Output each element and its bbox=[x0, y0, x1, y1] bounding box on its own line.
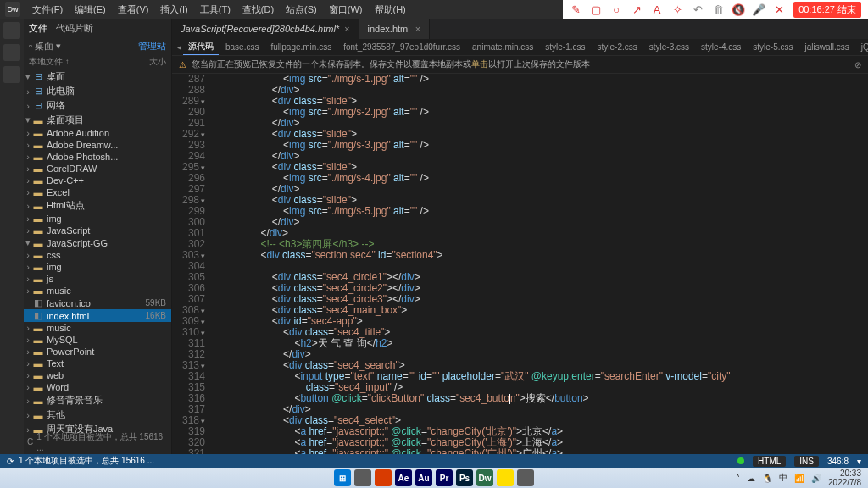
manage-sites-link[interactable]: 管理站 bbox=[138, 40, 166, 53]
mute-icon[interactable]: 🔇 bbox=[732, 3, 744, 15]
menu-item[interactable]: 工具(T) bbox=[195, 2, 236, 18]
menu-item[interactable]: 窗口(W) bbox=[324, 2, 368, 18]
menu-item[interactable]: 插入(I) bbox=[155, 2, 192, 18]
col-local[interactable]: 本地文件 ↑ bbox=[29, 56, 70, 68]
col-size[interactable]: 大小 bbox=[149, 56, 166, 68]
related-file-tab[interactable]: 源代码 bbox=[183, 39, 219, 56]
tree-node[interactable]: ▾▬桌面项目 bbox=[24, 113, 171, 127]
menu-item[interactable]: 文件(F) bbox=[27, 2, 68, 18]
menu-item[interactable]: 查看(V) bbox=[113, 2, 154, 18]
tree-node[interactable]: ›▬img bbox=[24, 213, 171, 225]
caret-left-icon[interactable]: ◂ bbox=[177, 42, 181, 52]
tree-node[interactable]: ›⊟此电脑 bbox=[24, 84, 171, 98]
tray-chevron-icon[interactable]: ˄ bbox=[736, 474, 740, 483]
tree-node[interactable]: ◧favicon.ico59KB bbox=[24, 297, 171, 309]
menu-item[interactable]: 站点(S) bbox=[281, 2, 322, 18]
tree-node[interactable]: ›⊟网络 bbox=[24, 98, 171, 113]
tree-node[interactable]: ›▬Word bbox=[24, 381, 171, 393]
related-file-tab[interactable]: fullpage.min.css bbox=[265, 41, 337, 53]
code-body[interactable]: <img src="./img/s-1.jpg" alt="" /> </div… bbox=[212, 74, 868, 454]
related-file-tab[interactable]: font_2935587_97eo1d0furr.css bbox=[338, 41, 465, 53]
related-file-tab[interactable]: style-5.css bbox=[748, 41, 798, 53]
tray-penguin-icon[interactable]: 🐧 bbox=[762, 474, 772, 483]
insert-mode[interactable]: INS bbox=[794, 456, 819, 467]
tree-node[interactable]: ›▬js bbox=[24, 273, 171, 285]
tree-node[interactable]: ›▬Adobe Photosh... bbox=[24, 151, 171, 163]
related-file-tab[interactable]: style-4.css bbox=[696, 41, 746, 53]
overflow-icon[interactable]: ▾ bbox=[857, 457, 861, 466]
taskbar-app[interactable]: Dw bbox=[476, 469, 493, 486]
close-icon[interactable]: × bbox=[415, 24, 420, 34]
tool-icon[interactable] bbox=[3, 22, 20, 39]
tool-icon[interactable] bbox=[3, 66, 20, 83]
tree-node[interactable]: ›▬music bbox=[24, 322, 171, 334]
taskbar-clock[interactable]: 20:33 2022/7/8 bbox=[828, 469, 861, 487]
tray-wifi-icon[interactable]: 📶 bbox=[794, 474, 804, 483]
tree-node[interactable]: ▾▬JavaScript-GG bbox=[24, 236, 171, 249]
arrow-icon[interactable]: ↗ bbox=[631, 3, 643, 15]
related-file-tab[interactable]: jaliswall.css bbox=[799, 41, 854, 53]
tree-node[interactable]: ›▬修音背景音乐 bbox=[24, 393, 171, 408]
undo-icon[interactable]: ↶ bbox=[692, 3, 704, 15]
related-file-tab[interactable]: jQuery.min.js bbox=[856, 41, 868, 53]
mic-icon[interactable]: 🎤 bbox=[753, 3, 765, 15]
code-editor[interactable]: 287 288 289▾290 291 292▾293 294 295▾296 … bbox=[172, 74, 868, 454]
related-file-tab[interactable]: style-3.css bbox=[644, 41, 694, 53]
tree-node[interactable]: ›▬Html站点 bbox=[24, 198, 171, 213]
taskbar-app[interactable]: ⊞ bbox=[334, 469, 351, 486]
tree-node[interactable]: ◧index.html16KB bbox=[24, 309, 171, 322]
highlight-icon[interactable]: ✧ bbox=[671, 3, 683, 15]
tree-node[interactable]: ›▬Dev-C++ bbox=[24, 175, 171, 186]
close-rec-icon[interactable]: ✕ bbox=[773, 3, 785, 15]
tray-volume-icon[interactable]: 🔊 bbox=[811, 474, 821, 483]
tree-node[interactable]: ›▬Text bbox=[24, 358, 171, 369]
tree-node[interactable]: ›▬PowerPoint bbox=[24, 346, 171, 358]
status-icon[interactable]: ⟳ bbox=[7, 457, 14, 466]
lang-indicator[interactable]: HTML bbox=[753, 456, 786, 467]
tree-node[interactable]: ›▬MySQL bbox=[24, 334, 171, 346]
menu-item[interactable]: 编辑(E) bbox=[70, 2, 111, 18]
site-dropdown[interactable]: ▫ 桌面 ▾ bbox=[29, 40, 61, 53]
tray-lang[interactable]: 中 bbox=[779, 472, 787, 484]
related-file-tab[interactable]: base.css bbox=[220, 41, 264, 53]
taskbar-app[interactable]: Au bbox=[415, 469, 432, 486]
taskbar-app[interactable]: Pr bbox=[436, 469, 453, 486]
close-icon[interactable]: × bbox=[344, 24, 349, 34]
files-tab[interactable]: 文件 bbox=[29, 22, 47, 35]
editor-tab[interactable]: index.html× bbox=[359, 19, 431, 39]
edit-icon[interactable]: ✎ bbox=[570, 3, 581, 15]
taskbar-app[interactable] bbox=[375, 469, 392, 486]
tree-node[interactable]: ›▬css bbox=[24, 249, 171, 261]
tool-icon[interactable] bbox=[3, 44, 20, 61]
tree-node[interactable]: ›▬Excel bbox=[24, 186, 171, 198]
tree-node[interactable]: ▾⊟桌面 bbox=[24, 69, 171, 84]
circle-icon[interactable]: ○ bbox=[610, 3, 622, 15]
rec-timer[interactable]: 00:16:27 结束 bbox=[793, 2, 861, 18]
tree-node[interactable]: ›▬Adobe Audition bbox=[24, 127, 171, 139]
tray-onedrive-icon[interactable]: ☁ bbox=[747, 474, 755, 483]
related-file-tab[interactable]: style-1.css bbox=[540, 41, 590, 53]
tree-node[interactable]: ›▬JavaScript bbox=[24, 225, 171, 236]
tree-node[interactable]: ›▬其他 bbox=[24, 408, 171, 422]
tree-node[interactable]: ›▬CorelDRAW bbox=[24, 163, 171, 175]
tree-node[interactable]: ›▬Adobe Dreamw... bbox=[24, 139, 171, 151]
menu-item[interactable]: 帮助(H) bbox=[370, 2, 411, 18]
editor-tab[interactable]: JavaScript[Recovered]280cb4b4.html*× bbox=[172, 19, 359, 39]
menu-item[interactable]: 查找(D) bbox=[237, 2, 279, 18]
snippets-tab[interactable]: 代码片断 bbox=[56, 22, 93, 35]
taskbar-app[interactable] bbox=[517, 469, 534, 486]
text-icon[interactable]: A bbox=[651, 3, 663, 15]
square-icon[interactable]: ▢ bbox=[590, 3, 602, 15]
tree-node[interactable]: ›▬web bbox=[24, 369, 171, 381]
related-file-tab[interactable]: animate.min.css bbox=[467, 41, 538, 53]
taskbar-app[interactable]: Ps bbox=[456, 469, 473, 486]
close-icon[interactable]: ⊘ bbox=[854, 60, 861, 69]
related-file-tab[interactable]: style-2.css bbox=[593, 41, 643, 53]
taskbar-app[interactable] bbox=[497, 469, 514, 486]
refresh-icon[interactable]: C bbox=[27, 437, 33, 446]
tree-node[interactable]: ›▬music bbox=[24, 285, 171, 297]
trash-icon[interactable]: 🗑 bbox=[712, 3, 724, 15]
taskbar-app[interactable]: Ae bbox=[395, 469, 412, 486]
tree-node[interactable]: ›▬img bbox=[24, 261, 171, 273]
taskbar-app[interactable] bbox=[354, 469, 371, 486]
